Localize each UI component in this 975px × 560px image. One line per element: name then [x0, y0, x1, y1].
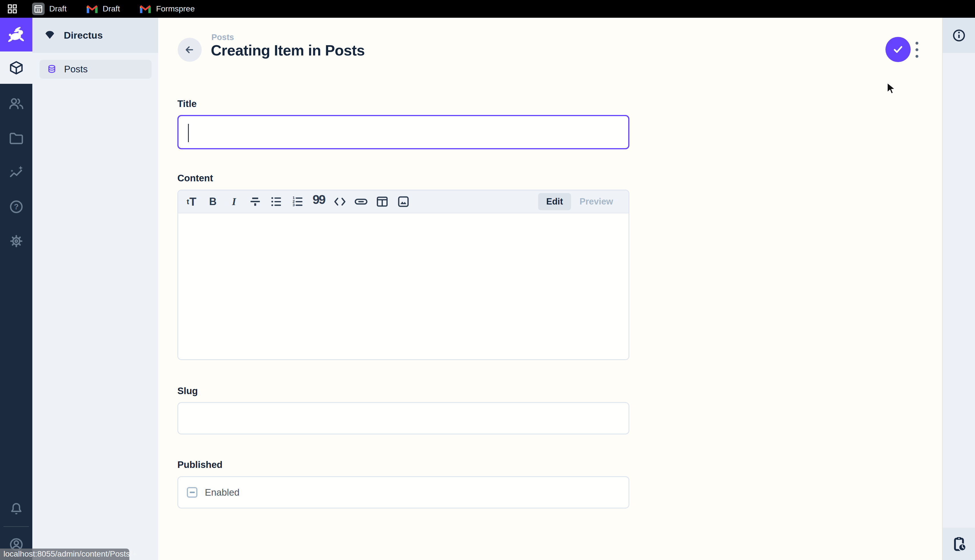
check-icon	[891, 43, 905, 56]
bookmark-formspree[interactable]: Formspree	[139, 4, 195, 13]
field-label-title: Title	[177, 98, 629, 109]
svg-text:?: ?	[14, 202, 18, 211]
text-caret	[188, 124, 189, 142]
directus-rabbit-icon	[6, 25, 26, 45]
module-insights[interactable]	[0, 165, 32, 180]
field-label-published: Published	[177, 459, 629, 470]
strikethrough-icon[interactable]	[248, 195, 262, 208]
editor-mode-toggle: Edit Preview	[538, 193, 622, 210]
revisions-button[interactable]	[943, 528, 975, 560]
mouse-cursor	[886, 82, 898, 95]
right-sidebar	[942, 18, 975, 560]
bookmark-label: Draft	[49, 4, 67, 13]
browser-status-url: localhost:8055/admin/content/Posts/+	[0, 548, 129, 560]
project-switcher[interactable]: Directus	[32, 18, 158, 53]
browser-bookmarks-bar: 31 Draft Draft Formspree	[0, 0, 975, 18]
bell-icon	[8, 502, 24, 517]
format-size-icon[interactable]: tT	[185, 195, 198, 208]
folder-icon	[8, 130, 24, 146]
info-icon	[951, 28, 967, 43]
sidebar-item-label: Posts	[64, 64, 88, 75]
rich-text-editor: tT B I	[177, 190, 629, 360]
blockquote-icon[interactable]: 99	[312, 195, 325, 208]
bookmark-draft-calendar[interactable]: 31 Draft	[32, 3, 67, 15]
field-label-content: Content	[177, 173, 629, 183]
svg-text:3: 3	[293, 203, 295, 207]
clipboard-clock-icon	[951, 536, 967, 552]
image-icon[interactable]	[397, 195, 410, 208]
gmail-icon	[139, 4, 151, 13]
editor-toolbar: tT B I	[178, 190, 628, 213]
bookmark-label: Formspree	[156, 4, 195, 13]
numbered-list-icon[interactable]: 1 2 3	[291, 195, 304, 208]
preview-mode-button[interactable]: Preview	[571, 193, 622, 210]
sidebar-item-posts[interactable]: Posts	[40, 60, 152, 78]
project-sidebar: Directus Posts	[32, 18, 158, 560]
back-button[interactable]	[178, 38, 202, 62]
indeterminate-dash-icon	[190, 492, 195, 493]
directus-app-window: 31 Draft Draft Formspree	[0, 0, 975, 560]
bulleted-list-icon[interactable]	[270, 195, 283, 208]
notifications-button[interactable]	[0, 501, 32, 517]
module-content[interactable]	[0, 52, 32, 84]
slug-input[interactable]	[177, 402, 629, 435]
svg-text:31: 31	[36, 8, 40, 12]
title-input[interactable]	[177, 115, 629, 149]
arrow-left-icon	[183, 43, 196, 56]
gmail-icon	[86, 4, 98, 13]
bookmark-label: Draft	[103, 4, 120, 13]
italic-icon[interactable]: I	[227, 195, 241, 208]
table-icon[interactable]	[376, 195, 389, 208]
link-icon[interactable]	[355, 195, 368, 208]
fan-icon	[44, 30, 56, 42]
bold-icon[interactable]: B	[206, 195, 220, 208]
published-checkbox[interactable]	[187, 487, 197, 498]
module-user-directory[interactable]	[0, 96, 32, 112]
calendar-icon: 31	[32, 3, 45, 15]
main-content: Posts Creating Item in Posts Title Conte…	[158, 18, 942, 560]
editor-body[interactable]	[178, 213, 628, 360]
help-icon: ?	[8, 199, 24, 215]
module-bar-divider	[3, 526, 29, 527]
box-icon	[8, 60, 24, 76]
published-field: Enabled	[177, 476, 629, 508]
info-button[interactable]	[943, 18, 975, 53]
module-documentation[interactable]: ?	[0, 199, 32, 215]
database-icon	[47, 64, 57, 75]
module-settings[interactable]	[0, 233, 32, 249]
apps-grid-icon[interactable]	[7, 4, 17, 14]
code-icon[interactable]	[333, 195, 347, 208]
edit-mode-button[interactable]: Edit	[538, 193, 571, 210]
project-name: Directus	[64, 30, 103, 41]
page-title: Creating Item in Posts	[211, 42, 365, 59]
module-bar: ?	[0, 18, 32, 560]
chart-sparkle-icon	[8, 165, 24, 180]
field-label-slug: Slug	[177, 385, 629, 397]
more-options-button[interactable]	[915, 42, 918, 58]
people-icon	[8, 96, 24, 112]
save-button[interactable]	[885, 37, 911, 62]
module-file-library[interactable]	[0, 130, 32, 146]
breadcrumb[interactable]: Posts	[212, 33, 234, 42]
published-checkbox-label: Enabled	[205, 487, 240, 498]
gear-icon	[8, 233, 24, 249]
bookmark-draft-gmail[interactable]: Draft	[86, 4, 120, 13]
directus-logo[interactable]	[0, 18, 32, 52]
